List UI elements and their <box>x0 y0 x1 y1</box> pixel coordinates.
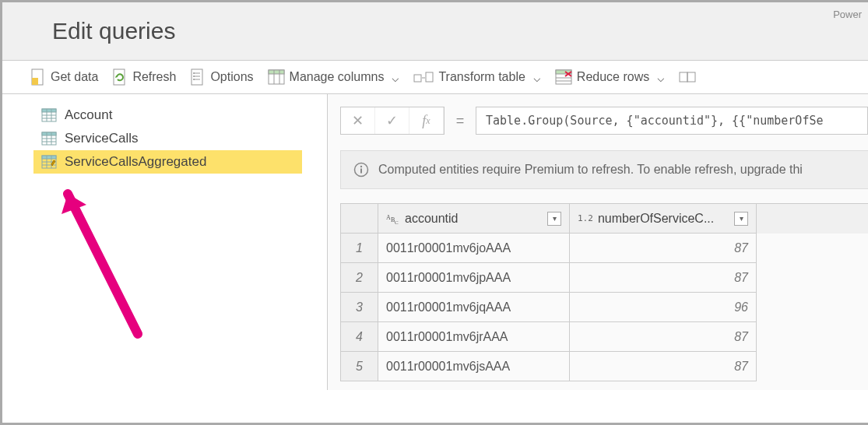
cell-accountid: 0011r00001mv6joAAA <box>378 234 570 263</box>
column-header-numberofservicecalls[interactable]: 1.2 numberOfServiceC... ▾ <box>570 204 757 234</box>
svg-point-9 <box>193 79 195 80</box>
row-number: 5 <box>341 352 378 381</box>
options-icon <box>190 68 206 86</box>
svg-rect-3 <box>192 69 202 85</box>
formula-bar: ✕ ✓ fx = Table.Group(Source, {"accountid… <box>340 107 868 135</box>
cancel-formula-button[interactable]: ✕ <box>341 107 375 134</box>
rownum-header[interactable] <box>341 204 378 234</box>
table-row[interactable]: 3 0011r00001mv6jqAAA 96 <box>341 293 868 322</box>
row-number: 4 <box>341 322 378 352</box>
svg-point-7 <box>193 72 195 74</box>
reduce-rows-icon <box>555 69 572 85</box>
data-table: ABC accountid ▾ 1.2 numberOfServiceC... … <box>340 203 868 381</box>
query-item-servicecallsaggregated[interactable]: ServiceCallsAggregated <box>33 150 302 174</box>
fx-icon: fx <box>409 107 444 134</box>
get-data-button[interactable]: Get data <box>30 68 98 86</box>
row-number: 2 <box>341 263 378 293</box>
annotation-arrow <box>21 178 177 349</box>
table-icon <box>41 132 57 146</box>
table-icon <box>41 108 57 122</box>
join-icon <box>679 69 696 85</box>
table-row[interactable]: 2 0011r00001mv6jpAAA 87 <box>341 263 868 293</box>
svg-rect-38 <box>42 156 56 159</box>
query-label: ServiceCallsAggregated <box>65 154 206 170</box>
svg-marker-44 <box>61 194 86 214</box>
main-pane: ✕ ✓ fx = Table.Group(Source, {"accountid… <box>328 94 868 390</box>
cell-accountid: 0011r00001mv6jpAAA <box>378 263 570 293</box>
chevron-down-icon: ⌵ <box>392 70 399 85</box>
table-row[interactable]: 1 0011r00001mv6joAAA 87 <box>341 234 868 263</box>
svg-rect-1 <box>32 78 38 85</box>
svg-rect-11 <box>269 70 284 74</box>
get-data-icon <box>30 68 46 86</box>
text-type-icon: ABC <box>386 212 400 225</box>
svg-point-8 <box>193 76 195 77</box>
svg-rect-24 <box>687 72 695 82</box>
column-header-accountid[interactable]: ABC accountid ▾ <box>378 204 570 234</box>
svg-rect-15 <box>426 72 433 82</box>
body: Account ServiceCalls ServiceCallsAggrega… <box>2 94 868 390</box>
svg-rect-47 <box>360 169 362 174</box>
info-icon <box>353 162 369 177</box>
info-bar: Computed entities require Premium to ref… <box>340 150 868 189</box>
filter-dropdown-icon[interactable]: ▾ <box>734 212 748 226</box>
query-item-account[interactable]: Account <box>33 104 302 127</box>
cell-servicecalls: 87 <box>570 234 757 263</box>
svg-rect-26 <box>42 109 56 112</box>
row-number: 1 <box>341 234 378 263</box>
svg-rect-32 <box>42 132 56 135</box>
transform-table-button[interactable]: Transform table ⌵ <box>413 69 540 85</box>
page-title: Edit queries <box>52 18 868 44</box>
filter-dropdown-icon[interactable]: ▾ <box>547 212 561 226</box>
svg-rect-23 <box>680 72 687 82</box>
app-label: Power <box>833 9 862 20</box>
chevron-down-icon: ⌵ <box>533 70 541 85</box>
query-item-servicecalls[interactable]: ServiceCalls <box>33 127 302 150</box>
table-row[interactable]: 4 0011r00001mv6jrAAA 87 <box>341 322 868 352</box>
queries-sidebar: Account ServiceCalls ServiceCallsAggrega… <box>2 94 328 390</box>
more-button[interactable] <box>679 69 696 85</box>
svg-line-43 <box>68 194 138 334</box>
table-columns-icon <box>268 69 285 85</box>
info-text: Computed entities require Premium to ref… <box>378 163 803 177</box>
query-label: Account <box>65 107 112 123</box>
svg-rect-14 <box>414 75 421 82</box>
table-row[interactable]: 5 0011r00001mv6jsAAA 87 <box>341 352 868 381</box>
transform-icon <box>413 69 434 85</box>
refresh-icon <box>112 68 128 86</box>
cell-accountid: 0011r00001mv6jqAAA <box>378 293 570 322</box>
cell-servicecalls: 87 <box>570 322 757 352</box>
options-button[interactable]: Options <box>190 68 253 86</box>
table-header: ABC accountid ▾ 1.2 numberOfServiceC... … <box>341 204 868 234</box>
svg-text:C: C <box>395 220 399 225</box>
cell-servicecalls: 96 <box>570 293 757 322</box>
formula-input[interactable]: Table.Group(Source, {"accountid"}, {{"nu… <box>476 107 868 135</box>
header: Edit queries Power <box>2 2 868 61</box>
row-number: 3 <box>341 293 378 322</box>
cell-servicecalls: 87 <box>570 263 757 293</box>
svg-point-46 <box>360 166 362 167</box>
cell-servicecalls: 87 <box>570 352 757 381</box>
chevron-down-icon: ⌵ <box>657 70 665 85</box>
cell-accountid: 0011r00001mv6jsAAA <box>378 352 570 381</box>
reduce-rows-button[interactable]: Reduce rows ⌵ <box>555 69 665 85</box>
decimal-type-icon: 1.2 <box>578 213 593 223</box>
table-icon <box>41 155 57 169</box>
manage-columns-button[interactable]: Manage columns ⌵ <box>268 69 400 85</box>
commit-formula-button[interactable]: ✓ <box>375 107 409 134</box>
equals-label: = <box>445 113 476 129</box>
cell-accountid: 0011r00001mv6jrAAA <box>378 322 570 352</box>
toolbar: Get data Refresh Options Manage columns … <box>2 61 868 94</box>
refresh-button[interactable]: Refresh <box>112 68 176 86</box>
query-label: ServiceCalls <box>65 131 138 146</box>
